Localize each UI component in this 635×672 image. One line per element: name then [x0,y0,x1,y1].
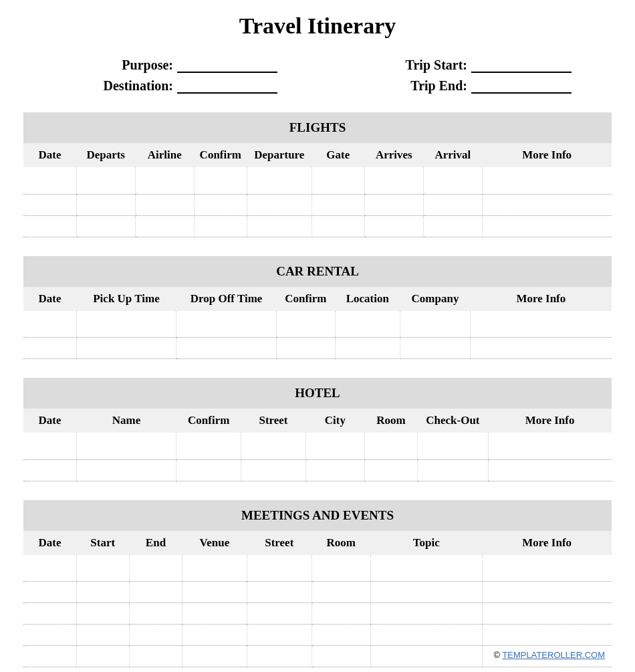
table-cell[interactable] [400,338,471,359]
table-cell[interactable] [247,582,311,603]
table-cell[interactable] [182,625,247,646]
table-cell[interactable] [482,582,612,603]
table-cell[interactable] [364,215,423,237]
table-cell[interactable] [129,646,182,667]
table-cell[interactable] [364,459,417,481]
table-cell[interactable] [129,582,182,603]
table-cell[interactable] [482,215,612,237]
table-cell[interactable] [241,459,306,481]
table-cell[interactable] [423,167,482,194]
table-cell[interactable] [182,646,247,667]
table-cell[interactable] [311,625,370,646]
table-cell[interactable] [370,603,482,625]
table-cell[interactable] [76,194,135,215]
table-cell[interactable] [418,433,489,459]
table-cell[interactable] [176,338,277,359]
table-cell[interactable] [311,646,370,667]
table-cell[interactable] [76,582,129,603]
table-cell[interactable] [76,603,129,625]
table-cell[interactable] [182,582,247,603]
table-cell[interactable] [23,625,76,646]
table-cell[interactable] [247,625,311,646]
table-cell[interactable] [76,459,176,481]
table-cell[interactable] [370,625,482,646]
table-cell[interactable] [23,646,76,667]
trip-start-input[interactable] [471,58,572,73]
table-cell[interactable] [482,625,612,646]
table-cell[interactable] [76,338,176,359]
table-cell[interactable] [182,603,247,625]
table-cell[interactable] [364,167,423,194]
table-cell[interactable] [194,194,247,215]
table-cell[interactable] [129,555,182,582]
table-cell[interactable] [23,433,76,459]
table-cell[interactable] [370,646,482,667]
table-cell[interactable] [311,194,364,215]
table-cell[interactable] [370,582,482,603]
table-cell[interactable] [23,167,76,194]
table-cell[interactable] [335,338,400,359]
table-cell[interactable] [76,646,129,667]
table-cell[interactable] [247,215,311,237]
table-cell[interactable] [23,215,76,237]
table-cell[interactable] [23,582,76,603]
table-cell[interactable] [76,625,129,646]
table-cell[interactable] [482,194,612,215]
table-cell[interactable] [23,459,76,481]
table-cell[interactable] [471,338,612,359]
table-cell[interactable] [23,555,76,582]
table-cell[interactable] [135,167,194,194]
table-cell[interactable] [482,603,612,625]
destination-input[interactable] [177,79,277,94]
trip-end-input[interactable] [471,79,572,94]
table-cell[interactable] [176,311,277,338]
table-cell[interactable] [247,603,311,625]
table-cell[interactable] [76,311,176,338]
table-cell[interactable] [305,459,364,481]
table-cell[interactable] [23,338,76,359]
table-cell[interactable] [247,167,311,194]
table-cell[interactable] [76,433,176,459]
table-cell[interactable] [488,459,612,481]
footer-link[interactable]: TEMPLATEROLLER.COM [502,650,605,660]
table-cell[interactable] [176,459,241,481]
table-cell[interactable] [335,311,400,338]
table-cell[interactable] [129,603,182,625]
table-cell[interactable] [276,311,335,338]
table-cell[interactable] [129,625,182,646]
table-cell[interactable] [176,433,241,459]
table-cell[interactable] [400,311,471,338]
table-cell[interactable] [182,555,247,582]
table-cell[interactable] [488,433,612,459]
table-cell[interactable] [311,215,364,237]
purpose-input[interactable] [177,58,277,73]
table-cell[interactable] [482,167,612,194]
table-cell[interactable] [305,433,364,459]
table-cell[interactable] [311,603,370,625]
table-cell[interactable] [370,555,482,582]
table-cell[interactable] [247,646,311,667]
table-cell[interactable] [364,433,417,459]
table-cell[interactable] [194,167,247,194]
table-cell[interactable] [241,433,306,459]
table-cell[interactable] [311,167,364,194]
table-cell[interactable] [276,338,335,359]
table-cell[interactable] [471,311,612,338]
table-cell[interactable] [135,215,194,237]
table-cell[interactable] [311,555,370,582]
table-cell[interactable] [364,194,423,215]
table-cell[interactable] [482,555,612,582]
table-cell[interactable] [418,459,489,481]
table-cell[interactable] [423,215,482,237]
table-cell[interactable] [76,555,129,582]
table-cell[interactable] [247,555,311,582]
table-cell[interactable] [194,215,247,237]
table-cell[interactable] [76,215,135,237]
table-cell[interactable] [23,311,76,338]
table-cell[interactable] [23,194,76,215]
table-cell[interactable] [135,194,194,215]
table-cell[interactable] [311,582,370,603]
table-cell[interactable] [76,167,135,194]
table-cell[interactable] [23,603,76,625]
table-cell[interactable] [247,194,311,215]
